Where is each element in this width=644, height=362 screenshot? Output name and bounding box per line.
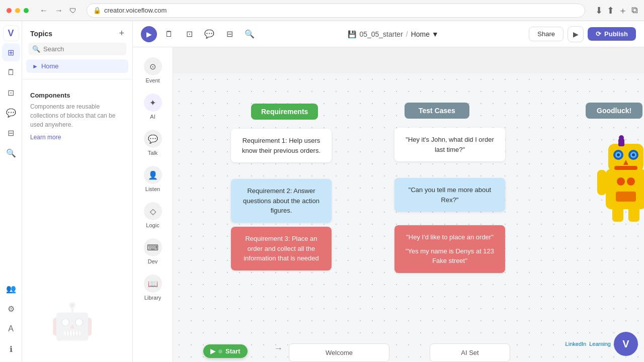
block-listen[interactable]: 👤 Listen <box>136 162 170 196</box>
sidebar-icon-note[interactable]: 🗒 <box>2 63 20 81</box>
search-icon: 🔍 <box>32 45 40 53</box>
components-section: Components Components are reusable colle… <box>22 85 132 147</box>
welcome-label: Welcome <box>326 349 353 356</box>
toolbar-comment-btn[interactable]: 💬 <box>201 26 217 42</box>
chevron-down-icon: ▼ <box>432 30 439 38</box>
tc-card-3: "Hey I'd like to place an order" "Yes my… <box>394 225 505 273</box>
sidebar-icon-flows[interactable]: ⊡ <box>2 83 20 102</box>
browser-chrome: ← → 🛡 🔒 creator.voiceflow.com ⬇ ⬆ ＋ ⧉ <box>0 0 644 21</box>
tc-card-1: "Hey it's John, what did I order last ti… <box>394 128 505 161</box>
linkedin-text: LinkedIn <box>566 341 587 347</box>
robot-svg <box>593 134 644 224</box>
sidebar-icon-grid[interactable]: ⊟ <box>2 124 20 142</box>
home-item-label: Home <box>41 62 59 70</box>
toolbar-right: Share ▶ ⟳ Publish <box>529 26 636 42</box>
sidebar-icon-info[interactable]: ℹ <box>2 340 20 358</box>
sidebar-icon-comment[interactable]: 💬 <box>2 104 20 122</box>
start-label: Start <box>225 347 240 355</box>
blocks-panel: ⊙ Event ✦ AI 💬 Talk 👤 Listen ◇ Logic <box>133 47 173 362</box>
shield-icon: 🛡 <box>69 7 76 15</box>
canvas[interactable]: Requirements Requirement 1: Help users k… <box>173 73 644 362</box>
share-icon[interactable]: ⬆ <box>607 5 614 16</box>
run-button[interactable]: ▶ <box>568 26 584 42</box>
current-page[interactable]: Home ▼ <box>411 30 439 38</box>
req-card-3: Requirement 3: Place an order and collec… <box>231 227 332 270</box>
toolbar-search-btn[interactable]: 🔍 <box>242 26 258 42</box>
block-logic-label: Logic <box>146 222 159 228</box>
block-library-label: Library <box>144 295 162 301</box>
ai-set-node[interactable]: AI Set <box>430 343 510 362</box>
toolbar-note-btn[interactable]: 🗒 <box>161 26 177 42</box>
forward-button[interactable]: → <box>52 5 65 16</box>
play-button[interactable]: ▶ <box>141 26 157 42</box>
lock-icon: 🔒 <box>93 7 101 14</box>
browser-nav: ← → <box>37 5 65 16</box>
toolbar-flows-btn[interactable]: ⊡ <box>181 26 197 42</box>
sidebar-icon-settings[interactable]: ⚙ <box>2 300 20 318</box>
voiceflow-avatar: V <box>614 332 638 356</box>
library-icon: 📖 <box>144 275 162 293</box>
sidebar-icon-blocks[interactable]: ⊞ <box>2 43 20 61</box>
svg-point-6 <box>619 135 624 140</box>
browser-address[interactable]: 🔒 creator.voiceflow.com <box>87 4 585 18</box>
dev-icon: ⌨ <box>144 238 162 256</box>
req-card-1: Requirement 1: Help users know their pre… <box>231 129 332 162</box>
components-title: Components <box>30 92 124 99</box>
start-icon: ▶ <box>210 347 215 355</box>
search-input[interactable] <box>43 45 122 53</box>
block-talk[interactable]: 💬 Talk <box>136 126 170 160</box>
req-card-2: Requirement 2: Answer questions about th… <box>231 179 332 223</box>
block-library[interactable]: 📖 Library <box>136 270 170 305</box>
home-item[interactable]: ► Home <box>26 59 128 73</box>
requirements-header: Requirements <box>251 104 318 120</box>
canvas-wrapper: ⊙ Event ✦ AI 💬 Talk 👤 Listen ◇ Logic <box>133 47 644 362</box>
svg-rect-21 <box>628 207 639 222</box>
search-box[interactable]: 🔍 <box>28 43 126 55</box>
topics-add-button[interactable]: + <box>119 28 124 39</box>
add-tab-icon[interactable]: ＋ <box>618 5 627 17</box>
vf-logo[interactable]: V <box>3 25 19 41</box>
topics-header: Topics + <box>22 21 132 43</box>
url-text: creator.voiceflow.com <box>104 7 167 14</box>
svg-point-12 <box>632 153 635 156</box>
talk-icon: 💬 <box>144 130 162 148</box>
block-talk-label: Talk <box>148 150 158 156</box>
tc-card-2: "Can you tell me more about Rex?" <box>394 178 505 212</box>
block-ai[interactable]: ✦ AI <box>136 89 170 124</box>
top-bar: ▶ 🗒 ⊡ 💬 ⊟ 🔍 💾 05_05_starter / Home ▼ Sha… <box>133 21 644 47</box>
welcome-node[interactable]: Welcome <box>289 343 389 362</box>
block-ai-label: AI <box>150 114 155 120</box>
topics-panel: Topics + 🔍 ► Home Components Components … <box>22 21 133 362</box>
block-event[interactable]: ⊙ Event <box>136 53 170 87</box>
sidebar-icons: V ⊞ 🗒 ⊡ 💬 ⊟ 🔍 👥 ⚙ A ℹ <box>0 21 22 362</box>
sidebar-icon-people[interactable]: 👥 <box>2 280 20 298</box>
sidebar-icon-search[interactable]: 🔍 <box>2 144 20 162</box>
event-icon: ⊙ <box>144 57 162 75</box>
linkedin-learning-text: Learning <box>589 341 611 347</box>
svg-rect-20 <box>612 207 623 222</box>
toolbar-grid-btn[interactable]: ⊟ <box>221 26 237 42</box>
sidebar-icon-text-blocks[interactable]: A <box>2 320 20 338</box>
publish-label: Publish <box>604 30 628 38</box>
share-button[interactable]: Share <box>529 27 564 41</box>
divider <box>22 79 132 79</box>
start-node[interactable]: ▶ Start <box>203 344 248 358</box>
tabs-icon[interactable]: ⧉ <box>631 5 638 16</box>
block-event-label: Event <box>145 77 159 83</box>
app-container: V ⊞ 🗒 ⊡ 💬 ⊟ 🔍 👥 ⚙ A ℹ Topics + 🔍 ► Home … <box>0 21 644 362</box>
publish-button[interactable]: ⟳ Publish <box>588 27 636 41</box>
block-dev-label: Dev <box>148 258 158 264</box>
learn-more-link[interactable]: Learn more <box>30 134 61 141</box>
topics-title: Topics <box>30 30 52 38</box>
svg-point-1 <box>15 8 20 13</box>
svg-point-2 <box>24 8 29 13</box>
svg-rect-17 <box>616 192 636 202</box>
browser-actions: ⬇ ⬆ ＋ ⧉ <box>595 5 638 17</box>
ai-set-label: AI Set <box>461 349 478 356</box>
back-button[interactable]: ← <box>37 5 50 16</box>
download-icon[interactable]: ⬇ <box>595 5 603 16</box>
block-dev[interactable]: ⌨ Dev <box>136 234 170 268</box>
block-logic[interactable]: ◇ Logic <box>136 198 170 232</box>
arrow-connector: → <box>274 343 283 354</box>
svg-point-15 <box>617 177 625 186</box>
